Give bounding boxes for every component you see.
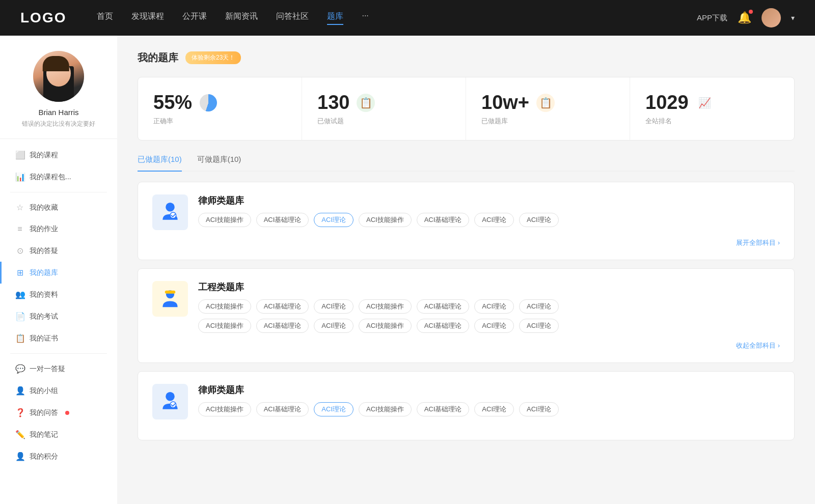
sidebar-label-group: 我的小组 (30, 386, 58, 396)
sidebar-label-bank: 我的题库 (30, 268, 58, 277)
nav-open[interactable]: 公开课 (182, 11, 207, 25)
sidebar-item-course-pack[interactable]: 📊 我的课程包... (0, 166, 117, 188)
done-banks-icon: 📋 (536, 94, 555, 112)
bank-content-2: 工程类题库 ACI技能操作 ACI基础理论 ACI理论 ACI技能操作 ACI基… (198, 281, 780, 333)
tag-2-12[interactable]: ACI基础理论 (417, 319, 470, 333)
tag-1-5[interactable]: ACI基础理论 (417, 213, 470, 227)
tag-2-5[interactable]: ACI基础理论 (417, 299, 470, 314)
stat-done-questions: 130 📋 已做试题 (302, 77, 466, 140)
sidebar-item-bank[interactable]: ⊞ 我的题库 (0, 262, 117, 284)
tag-2-2[interactable]: ACI基础理论 (256, 299, 309, 314)
done-questions-icon: 📋 (357, 94, 375, 112)
homework-icon: ≡ (15, 225, 24, 234)
sidebar-item-fav[interactable]: ☆ 我的收藏 (0, 197, 117, 218)
fav-icon: ☆ (15, 203, 24, 212)
tag-2-7[interactable]: ACI理论 (519, 299, 559, 314)
tag-1-6[interactable]: ACI理论 (474, 213, 514, 227)
stat-accuracy: 55% 正确率 (138, 77, 302, 140)
bank-card-lawyer-1: 律师类题库 ACI技能操作 ACI基础理论 ACI理论 ACI技能操作 ACI基… (138, 182, 795, 260)
ranking-icon: 📈 (696, 94, 714, 112)
user-avatar[interactable] (762, 8, 781, 27)
nav-more[interactable]: ··· (362, 11, 368, 25)
tag-1-2[interactable]: ACI基础理论 (256, 213, 309, 227)
sidebar-item-exam[interactable]: 📄 我的考试 (0, 305, 117, 327)
tag-3-2[interactable]: ACI基础理论 (256, 402, 309, 416)
sidebar-label-answers: 我的问答 (30, 408, 58, 417)
collapse-link-2[interactable]: 收起全部科目 › (736, 341, 780, 350)
tags-row-1: ACI技能操作 ACI基础理论 ACI理论 ACI技能操作 ACI基础理论 AC… (198, 213, 780, 227)
nav-bank[interactable]: 题库 (327, 11, 343, 25)
notes-green-icon: 📋 (360, 97, 372, 109)
notes-orange-icon: 📋 (539, 97, 552, 109)
tab-can-do-banks[interactable]: 可做题库(10) (197, 155, 241, 171)
sidebar-label-course: 我的课程 (30, 151, 58, 160)
tag-1-7[interactable]: ACI理论 (519, 213, 559, 227)
notification-bell[interactable]: 🔔 (738, 11, 751, 24)
tag-2-9[interactable]: ACI基础理论 (256, 319, 309, 333)
sidebar: Brian Harris 错误的决定比没有决定要好 ⬜ 我的课程 📊 我的课程包… (0, 36, 117, 504)
tags-row-2a: ACI技能操作 ACI基础理论 ACI理论 ACI技能操作 ACI基础理论 AC… (198, 299, 780, 314)
tag-3-4[interactable]: ACI技能操作 (359, 402, 412, 416)
tag-2-6[interactable]: ACI理论 (474, 299, 514, 314)
avatar (33, 51, 84, 102)
logo: LOGO (20, 10, 66, 26)
sidebar-item-homework[interactable]: ≡ 我的作业 (0, 218, 117, 240)
sidebar-item-tutor[interactable]: 💬 一对一答疑 (0, 358, 117, 380)
stat-done-banks: 10w+ 📋 已做题库 (466, 77, 630, 140)
tags-row-2b: ACI技能操作 ACI基础理论 ACI理论 ACI技能操作 ACI基础理论 AC… (198, 319, 780, 333)
page-header: 我的题库 体验剩余23天！ (138, 51, 795, 65)
tag-3-5[interactable]: ACI基础理论 (417, 402, 470, 416)
sidebar-item-notes[interactable]: ✏️ 我的笔记 (0, 424, 117, 445)
tag-2-14[interactable]: ACI理论 (519, 319, 559, 333)
app-download-button[interactable]: APP下载 (697, 13, 727, 23)
sidebar-item-course[interactable]: ⬜ 我的课程 (0, 144, 117, 166)
user-motto: 错误的决定比没有决定要好 (22, 120, 95, 128)
bank-card-header-1: 律师类题库 ACI技能操作 ACI基础理论 ACI理论 ACI技能操作 ACI基… (152, 194, 780, 230)
bank-card-header-3: 律师类题库 ACI技能操作 ACI基础理论 ACI理论 ACI技能操作 ACI基… (152, 384, 780, 419)
lawyer-icon-1 (152, 194, 188, 230)
page-title: 我的题库 (138, 51, 178, 65)
tag-1-4[interactable]: ACI技能操作 (359, 213, 412, 227)
notification-badge (749, 10, 753, 14)
sidebar-label-fav: 我的收藏 (30, 203, 58, 212)
tag-2-8[interactable]: ACI技能操作 (198, 319, 251, 333)
svg-point-0 (166, 203, 175, 212)
tag-2-11[interactable]: ACI技能操作 (359, 319, 412, 333)
expand-link-1[interactable]: 展开全部科目 › (736, 238, 780, 247)
sidebar-item-points[interactable]: 👤 我的积分 (0, 445, 117, 467)
profile-section: Brian Harris 错误的决定比没有决定要好 (0, 51, 117, 139)
tab-done-banks[interactable]: 已做题库(10) (138, 155, 182, 172)
sidebar-item-cert[interactable]: 📋 我的证书 (0, 327, 117, 349)
tag-2-10[interactable]: ACI理论 (314, 319, 354, 333)
cert-icon: 📋 (15, 333, 24, 343)
sidebar-item-question[interactable]: ⊙ 我的答疑 (0, 240, 117, 262)
nav-qa[interactable]: 问答社区 (276, 11, 309, 25)
tag-2-1[interactable]: ACI技能操作 (198, 299, 251, 314)
sidebar-item-group[interactable]: 👤 我的小组 (0, 380, 117, 402)
tag-3-1[interactable]: ACI技能操作 (198, 402, 251, 416)
tag-1-3[interactable]: ACI理论 (314, 213, 354, 227)
group-icon: 👤 (15, 386, 24, 396)
nav-discover[interactable]: 发现课程 (131, 11, 164, 25)
main-content: 我的题库 体验剩余23天！ 55% 正确率 130 📋 (117, 36, 815, 504)
tag-1-1[interactable]: ACI技能操作 (198, 213, 251, 227)
user-dropdown-icon[interactable]: ▾ (791, 14, 795, 22)
sidebar-item-answers[interactable]: ❓ 我的问答 (0, 402, 117, 424)
tag-2-4[interactable]: ACI技能操作 (359, 299, 412, 314)
sidebar-label-cert: 我的证书 (30, 334, 58, 343)
bank-footer-1: 展开全部科目 › (152, 238, 780, 247)
divider-2 (10, 353, 107, 354)
stat-done-value: 130 (317, 92, 349, 114)
tag-2-13[interactable]: ACI理论 (474, 319, 514, 333)
nav-home[interactable]: 首页 (97, 11, 113, 25)
stats-row: 55% 正确率 130 📋 已做试题 10w+ (138, 77, 795, 141)
course-pack-icon: 📊 (15, 172, 24, 182)
tag-3-6[interactable]: ACI理论 (474, 402, 514, 416)
sidebar-label-course-pack: 我的课程包... (30, 173, 71, 182)
lawyer-icon-2 (152, 384, 188, 419)
sidebar-item-data[interactable]: 👥 我的资料 (0, 284, 117, 305)
tag-3-3[interactable]: ACI理论 (314, 402, 354, 416)
nav-news[interactable]: 新闻资讯 (225, 11, 258, 25)
tag-3-7[interactable]: ACI理论 (519, 402, 559, 416)
tag-2-3[interactable]: ACI理论 (314, 299, 354, 314)
